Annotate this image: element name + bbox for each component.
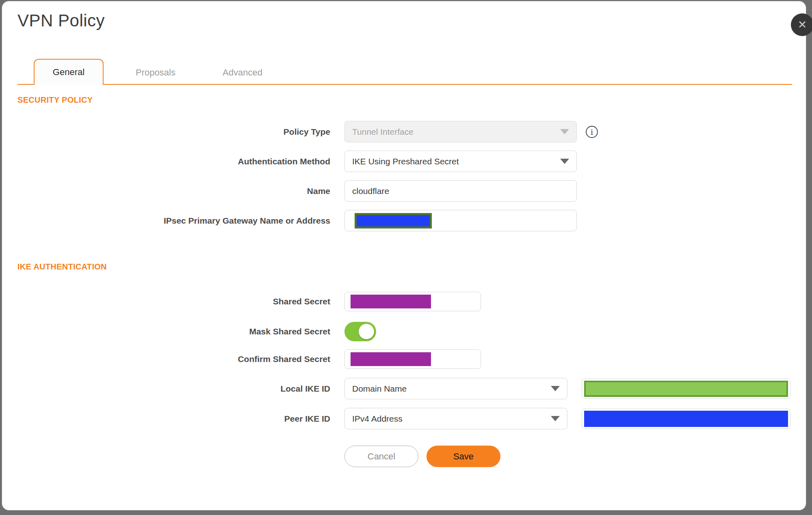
name-row: Name	[17, 180, 790, 202]
gateway-input[interactable]	[344, 210, 577, 231]
peer-ike-id-value-redacted	[584, 411, 788, 427]
close-button[interactable]: ✕	[791, 13, 812, 36]
policy-type-label: Policy Type	[17, 127, 330, 137]
tab-bar: General Proposals Advanced	[17, 59, 792, 85]
chevron-down-icon	[560, 159, 569, 164]
confirm-shared-secret-row: Confirm Shared Secret	[17, 349, 790, 369]
chevron-down-icon	[560, 129, 569, 134]
security-policy-heading: SECURITY POLICY	[17, 95, 790, 105]
mask-shared-secret-label: Mask Shared Secret	[17, 327, 330, 336]
cancel-button[interactable]: Cancel	[344, 446, 418, 467]
chevron-down-icon	[551, 386, 560, 391]
vpn-policy-dialog: VPN Policy General Proposals Advanced SE…	[2, 1, 806, 511]
authentication-method-value: IKE Using Preshared Secret	[352, 157, 459, 166]
name-input[interactable]	[344, 180, 577, 202]
peer-ike-id-row: Peer IKE ID IPv4 Address	[17, 408, 790, 429]
mask-shared-secret-toggle[interactable]	[344, 322, 376, 341]
name-label: Name	[17, 186, 330, 196]
mask-shared-secret-row: Mask Shared Secret	[17, 322, 790, 341]
peer-ike-id-value-input[interactable]	[582, 409, 790, 429]
toggle-knob	[359, 324, 374, 339]
shared-secret-input[interactable]	[344, 292, 481, 311]
tab-proposals[interactable]: Proposals	[121, 61, 191, 84]
confirm-shared-secret-value-redacted	[351, 352, 431, 366]
local-ike-id-select[interactable]: Domain Name	[344, 378, 567, 399]
local-ike-id-value-redacted	[584, 381, 788, 397]
info-icon[interactable]: i	[586, 126, 598, 138]
dialog-title: VPN Policy	[17, 11, 806, 30]
peer-ike-id-type-value: IPv4 Address	[352, 414, 403, 424]
shared-secret-label: Shared Secret	[17, 297, 330, 306]
dialog-actions: Cancel Save	[344, 446, 790, 467]
dialog-content: SECURITY POLICY Policy Type Tunnel Inter…	[2, 95, 806, 467]
authentication-method-select[interactable]: IKE Using Preshared Secret	[344, 151, 577, 172]
shared-secret-value-redacted	[351, 295, 431, 308]
policy-type-select: Tunnel Interface	[344, 121, 577, 142]
tab-general[interactable]: General	[34, 59, 104, 85]
local-ike-id-row: Local IKE ID Domain Name	[17, 378, 790, 399]
gateway-label: IPsec Primary Gateway Name or Address	[17, 216, 330, 226]
chevron-down-icon	[551, 416, 560, 421]
peer-ike-id-select[interactable]: IPv4 Address	[344, 408, 567, 429]
gateway-value-redacted	[355, 213, 432, 228]
authentication-method-row: Authentication Method IKE Using Preshare…	[17, 151, 790, 172]
local-ike-id-label: Local IKE ID	[17, 384, 330, 394]
close-icon: ✕	[798, 18, 807, 31]
confirm-shared-secret-label: Confirm Shared Secret	[17, 354, 330, 364]
tab-advanced[interactable]: Advanced	[208, 61, 277, 84]
authentication-method-label: Authentication Method	[17, 157, 330, 166]
local-ike-id-value-input[interactable]	[582, 379, 790, 399]
save-button[interactable]: Save	[427, 446, 500, 467]
policy-type-row: Policy Type Tunnel Interface i	[17, 121, 790, 142]
peer-ike-id-label: Peer IKE ID	[17, 414, 330, 424]
ike-authentication-heading: IKE AUTHENTICATION	[17, 262, 790, 272]
shared-secret-row: Shared Secret	[17, 292, 790, 311]
gateway-row: IPsec Primary Gateway Name or Address	[17, 210, 790, 231]
confirm-shared-secret-input[interactable]	[344, 349, 481, 369]
policy-type-value: Tunnel Interface	[352, 127, 414, 137]
local-ike-id-type-value: Domain Name	[352, 384, 407, 394]
